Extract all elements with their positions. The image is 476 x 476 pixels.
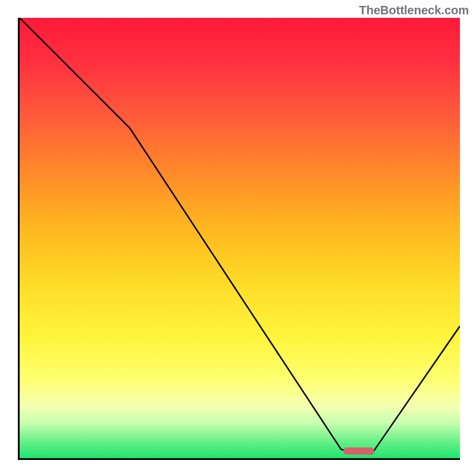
watermark-text: TheBottleneck.com: [359, 4, 469, 17]
curve-line: [20, 18, 460, 458]
bottleneck-chart: TheBottleneck.com: [0, 0, 476, 476]
plot-area: [18, 18, 460, 460]
optimal-marker: [343, 447, 374, 455]
